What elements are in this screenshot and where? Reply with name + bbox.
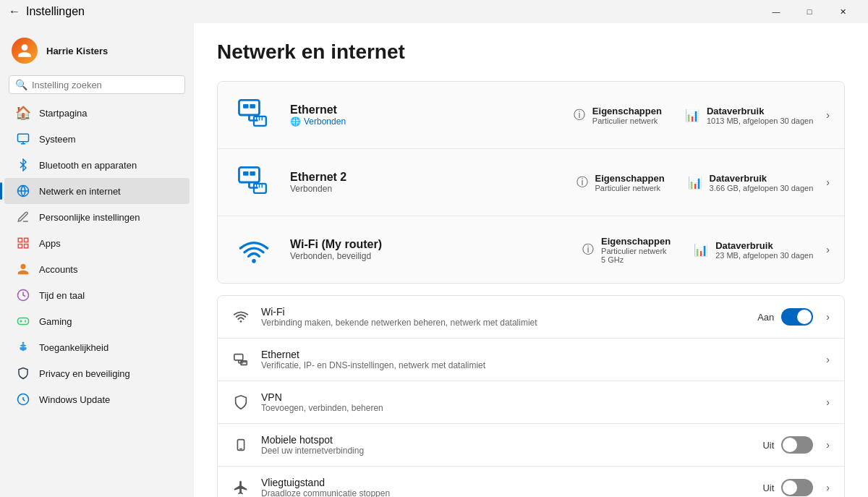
user-name: Harrie Kisters (46, 46, 108, 56)
sidebar-item-time[interactable]: Tijd en taal (4, 282, 190, 308)
ethernet1-status: 🌐 Verbonden (290, 116, 559, 127)
title-bar-left: ← Instellingen (9, 5, 85, 18)
hotspot-toggle[interactable] (781, 436, 813, 454)
wifi-toggle[interactable] (781, 308, 813, 326)
airplane-toggle[interactable] (781, 479, 813, 496)
svg-rect-0 (18, 134, 29, 142)
svg-rect-30 (234, 354, 243, 360)
back-button[interactable]: ← (9, 5, 20, 18)
hotspot-toggle-group: Uit › (762, 436, 830, 454)
settings-item-airplane[interactable]: Vliegtuigstand Draadloze communicatie st… (218, 467, 844, 497)
svg-point-8 (22, 342, 25, 344)
bluetooth-icon (16, 158, 30, 172)
minimize-button[interactable]: — (760, 0, 793, 23)
sidebar-item-network[interactable]: Netwerk en internet (4, 178, 190, 204)
maximize-button[interactable]: □ (793, 0, 826, 23)
airplane-settings-info: Vliegtuigstand Draadloze communicatie st… (261, 477, 751, 497)
vpn-settings-info: VPN Toevoegen, verbinden, beheren (261, 391, 809, 413)
wifi-toggle-label: Aan (757, 312, 774, 323)
svg-rect-5 (25, 245, 28, 248)
chevron-right-icon: › (826, 177, 830, 188)
svg-rect-21 (250, 171, 255, 176)
main-content: Netwerk en internet (194, 23, 868, 497)
eigenschappen3[interactable]: ⓘ Eigenschappen Particulier netwerk 5 GH… (582, 236, 671, 264)
time-icon (16, 288, 30, 302)
svg-point-29 (240, 320, 242, 323)
data-icon: 📊 (688, 176, 702, 190)
ethernet2-name: Ethernet 2 (290, 171, 562, 184)
sidebar-item-update[interactable]: Windows Update (4, 386, 190, 412)
sidebar-item-label: Persoonlijke instellingen (39, 212, 140, 223)
eigenschappen1[interactable]: ⓘ Eigenschappen Particulier netwerk (574, 106, 662, 125)
sidebar-item-label: Tijd en taal (39, 290, 85, 301)
eigenschappen3-text: Eigenschappen Particulier netwerk 5 GHz (601, 236, 671, 264)
wifi-toggle-group: Aan › (757, 308, 830, 326)
toggle-thumb (797, 310, 812, 324)
search-input[interactable] (32, 80, 179, 90)
sidebar-item-system[interactable]: Systeem (4, 126, 190, 152)
sidebar-item-label: Systeem (39, 134, 76, 145)
airplane-settings-icon (232, 479, 250, 496)
sidebar-item-bluetooth[interactable]: Bluetooth en apparaten (4, 152, 190, 178)
info-icon: ⓘ (582, 242, 594, 258)
ethernet2-card[interactable]: Ethernet 2 Verbonden ⓘ Eigenschappen Par… (218, 149, 844, 216)
sidebar-item-apps[interactable]: Apps (4, 230, 190, 256)
chevron-right-icon: › (826, 354, 830, 365)
sidebar-item-accessibility[interactable]: Toegankelijkheid (4, 334, 190, 360)
sidebar-item-label: Apps (39, 238, 61, 249)
hotspot-toggle-label: Uit (762, 440, 774, 451)
chevron-right-icon: › (826, 396, 830, 408)
svg-point-28 (252, 259, 256, 263)
wifi-card[interactable]: Wi-Fi (My router) Verbonden, beveiligd ⓘ… (218, 216, 844, 283)
airplane-toggle-label: Uit (762, 483, 774, 493)
dataverbruik3[interactable]: 📊 Dataverbruik 23 MB, afgelopen 30 dagen… (694, 240, 830, 260)
wifi-card-status: Verbonden, beveiligd (290, 251, 568, 261)
hotspot-settings-info: Mobiele hotspot Deel uw internetverbindi… (261, 434, 751, 456)
dataverbruik1[interactable]: 📊 Dataverbruik 1013 MB, afgelopen 30 dag… (685, 106, 830, 125)
ethernet-right: › (820, 354, 830, 365)
title-bar: ← Instellingen — □ ✕ (0, 0, 868, 23)
sidebar-item-label: Windows Update (39, 394, 110, 405)
apps-icon (16, 236, 30, 250)
update-icon (16, 392, 30, 407)
search-box[interactable]: 🔍 (9, 75, 185, 94)
svg-rect-19 (239, 167, 259, 182)
eigenschappen1-text: Eigenschappen Particulier netwerk (592, 106, 662, 125)
sidebar-item-label: Privacy en beveiliging (39, 368, 130, 379)
sidebar-item-gaming[interactable]: Gaming (4, 308, 190, 334)
eigenschappen2[interactable]: ⓘ Eigenschappen Particulier netwerk (576, 173, 665, 192)
settings-item-wifi[interactable]: Wi-Fi Verbinding maken, bekende netwerke… (218, 296, 844, 339)
svg-rect-12 (250, 104, 255, 109)
vpn-settings-icon (232, 394, 250, 411)
svg-rect-10 (239, 100, 259, 115)
wifi-card-props: ⓘ Eigenschappen Particulier netwerk 5 GH… (582, 236, 830, 264)
settings-list: Wi-Fi Verbinding maken, bekende netwerke… (217, 295, 845, 497)
ethernet2-status: Verbonden (290, 184, 562, 194)
sidebar-item-personalize[interactable]: Persoonlijke instellingen (4, 204, 190, 230)
airplane-toggle-group: Uit › (762, 479, 830, 496)
ethernet1-card[interactable]: Ethernet 🌐 Verbonden ⓘ Eigenschappen Par… (218, 82, 844, 149)
svg-rect-2 (18, 238, 22, 242)
toggle-thumb (783, 438, 797, 452)
close-button[interactable]: ✕ (826, 0, 859, 23)
search-icon: 🔍 (15, 79, 27, 90)
chevron-right-icon: › (826, 244, 830, 255)
dataverbruik2[interactable]: 📊 Dataverbruik 3.66 GB, afgelopen 30 dag… (688, 173, 830, 192)
sidebar-item-accounts[interactable]: Accounts (4, 256, 190, 282)
sidebar-item-privacy[interactable]: Privacy en beveiliging (4, 360, 190, 386)
title-bar-controls: — □ ✕ (760, 0, 859, 23)
info-icon: ⓘ (576, 175, 588, 190)
network-icon (16, 184, 30, 198)
sidebar: Harrie Kisters 🔍 🏠 Startpagina Systeem B… (0, 23, 194, 497)
svg-rect-20 (243, 171, 248, 176)
ethernet-settings-icon (232, 351, 250, 368)
chevron-right-icon: › (826, 311, 830, 323)
settings-item-ethernet[interactable]: Ethernet Verificatie, IP- en DNS-instell… (218, 339, 844, 381)
sidebar-item-home[interactable]: 🏠 Startpagina (4, 100, 190, 126)
settings-item-vpn[interactable]: VPN Toevoegen, verbinden, beheren › (218, 381, 844, 424)
sidebar-item-label: Accounts (39, 264, 77, 275)
settings-item-hotspot[interactable]: Mobiele hotspot Deel uw internetverbindi… (218, 424, 844, 467)
sidebar-item-label: Bluetooth en apparaten (39, 160, 137, 171)
user-profile[interactable]: Harrie Kisters (0, 29, 194, 75)
app-title: Instellingen (26, 5, 85, 18)
